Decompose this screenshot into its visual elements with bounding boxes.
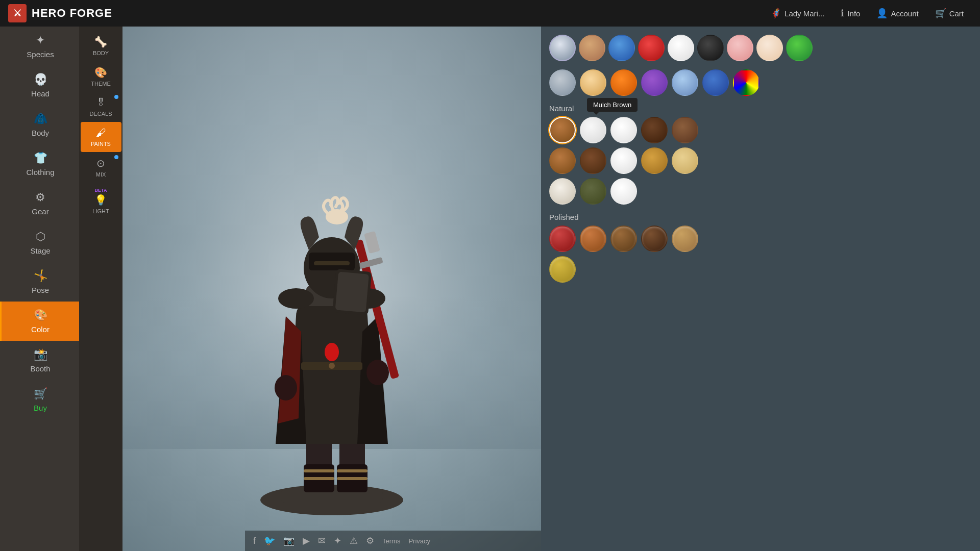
swatch-lightblue[interactable] (672, 69, 698, 96)
swatches-row2 (549, 69, 972, 96)
swatch-natural-white1[interactable] (610, 147, 637, 174)
beta-badge: BETA (95, 188, 107, 193)
tools-panel: 🦴 BODY 🎨 THEME 🎖 DECALS 🖌 PAINTS ⊙ MIX B… (79, 27, 122, 551)
sidebar-item-head[interactable]: 💀 Head (0, 66, 79, 105)
swatch-pol-lt[interactable] (672, 226, 698, 252)
character-viewport: f 🐦 📷 ▶ ✉ ✦ ⚠ ⚙ Terms Privacy 🚫 🖌 💉 (122, 27, 541, 551)
user-icon: 🦸 (770, 8, 781, 19)
swatch-pol-copper[interactable] (580, 226, 606, 252)
swatch-blue-helmet[interactable] (608, 35, 635, 61)
swatch-hair-gold[interactable] (641, 147, 668, 174)
swatch-pale[interactable] (756, 35, 783, 61)
light-tool-icon: 💡 (94, 194, 107, 206)
tool-label-paints: PAINTS (91, 141, 111, 147)
swatch-ghost[interactable] (549, 35, 576, 61)
sidebar-item-gear[interactable]: ⚙ Gear (0, 184, 79, 223)
character-model[interactable] (235, 138, 429, 520)
color-icon: 🎨 (34, 309, 47, 322)
account-button[interactable]: 👤 Account (870, 5, 924, 22)
swatch-blue2[interactable] (702, 69, 729, 96)
natural-label: Natural (549, 104, 972, 113)
info-button[interactable]: ℹ Info (835, 5, 866, 22)
gear-icon: ⚙ (35, 191, 45, 204)
tool-label-light: LIGHT (92, 208, 109, 214)
instagram-icon[interactable]: 📷 (283, 535, 295, 546)
swatch-tan[interactable] (579, 35, 605, 61)
swatch-hair-white2[interactable] (610, 117, 637, 143)
swatch-hair-wh2[interactable] (610, 178, 637, 205)
head-icon: 💀 (34, 73, 47, 86)
svg-rect-9 (337, 477, 368, 480)
pose-icon: 🤸 (34, 269, 47, 283)
info-label: Info (847, 9, 860, 18)
swatch-hair-white1[interactable] (580, 117, 606, 143)
tool-body[interactable]: 🦴 BODY (81, 31, 121, 61)
swatch-hair-brown[interactable] (672, 117, 698, 143)
sidebar-item-clothing[interactable]: 👕 Clothing (0, 144, 79, 184)
swatch-orange[interactable] (610, 69, 637, 96)
sidebar-item-booth[interactable]: 📸 Booth (0, 341, 79, 380)
natural-row2 (549, 147, 972, 174)
tool-theme[interactable]: 🎨 THEME (81, 61, 121, 92)
swatch-pink[interactable] (727, 35, 753, 61)
warning-icon[interactable]: ⚠ (350, 535, 358, 546)
sidebar-item-stage[interactable]: ⬡ Stage (0, 223, 79, 262)
sidebar-item-species[interactable]: ✦ Species (0, 27, 79, 66)
settings-icon[interactable]: ⚙ (366, 535, 374, 546)
user-label: Lady Mari... (785, 9, 824, 18)
svg-rect-6 (304, 469, 334, 472)
user-profile-button[interactable]: 🦸 Lady Mari... (764, 5, 830, 22)
swatch-red-spot[interactable] (638, 35, 665, 61)
swatch-white[interactable] (668, 35, 694, 61)
svg-point-24 (326, 209, 348, 224)
polished-row1 (549, 226, 972, 252)
app-title: HERO FORGE (32, 7, 112, 20)
svg-point-13 (366, 360, 389, 385)
stage-icon: ⬡ (36, 230, 45, 243)
tool-label-theme: THEME (91, 81, 111, 87)
clothing-icon: 👕 (34, 152, 47, 165)
tool-label-mix: MIX (96, 171, 106, 178)
body-icon: 🧥 (34, 112, 47, 126)
swatch-green-leaf[interactable] (786, 35, 813, 61)
swatch-multi[interactable] (733, 69, 760, 96)
cart-button[interactable]: 🛒 Cart (929, 5, 970, 22)
swatch-black[interactable] (697, 35, 724, 61)
tool-mix[interactable]: ⊙ MIX (81, 152, 121, 183)
swatch-pol-brown[interactable] (610, 226, 637, 252)
tool-label-decals: DECALS (89, 111, 112, 117)
swatch-cream[interactable] (580, 69, 606, 96)
twitter-icon[interactable]: 🐦 (264, 535, 275, 546)
swatch-hair-dk[interactable] (549, 147, 576, 174)
sidebar-item-pose[interactable]: 🤸 Pose (0, 262, 79, 302)
swatch-silver[interactable] (549, 69, 576, 96)
swatch-hair-whtstr[interactable] (549, 178, 576, 205)
facebook-icon[interactable]: f (253, 536, 256, 546)
sidebar-label-pose: Pose (32, 286, 49, 294)
email-icon[interactable]: ✉ (318, 535, 326, 546)
youtube-icon[interactable]: ▶ (303, 535, 310, 546)
discord-icon[interactable]: ✦ (334, 535, 341, 546)
swatch-hair-darkbrown[interactable] (641, 117, 668, 143)
sidebar-item-color[interactable]: 🎨 Color (0, 302, 79, 341)
buy-icon: 🛒 (34, 387, 47, 400)
polished-row2 (549, 256, 972, 283)
terms-link[interactable]: Terms (382, 537, 400, 545)
swatch-pol-red[interactable] (549, 226, 576, 252)
swatch-pol-gold[interactable] (549, 256, 576, 283)
swatch-hair-mulch[interactable] (580, 147, 606, 174)
swatch-purple[interactable] (641, 69, 668, 96)
tool-decals[interactable]: 🎖 DECALS (81, 92, 121, 122)
sidebar-item-buy[interactable]: 🛒 Buy (0, 380, 79, 419)
tool-light[interactable]: BETA 💡 LIGHT (81, 183, 121, 219)
top-swatches (549, 35, 972, 61)
swatch-hair-olive[interactable] (580, 178, 606, 205)
species-icon: ✦ (36, 34, 45, 47)
swatch-hair-orange[interactable] (549, 117, 576, 143)
privacy-link[interactable]: Privacy (408, 537, 430, 545)
swatch-hair-lt[interactable] (672, 147, 698, 174)
tool-paints[interactable]: 🖌 PAINTS (81, 122, 121, 152)
swatch-pol-dk[interactable] (641, 226, 668, 252)
sidebar-item-body[interactable]: 🧥 Body (0, 105, 79, 144)
sidebar-label-stage: Stage (30, 246, 50, 255)
